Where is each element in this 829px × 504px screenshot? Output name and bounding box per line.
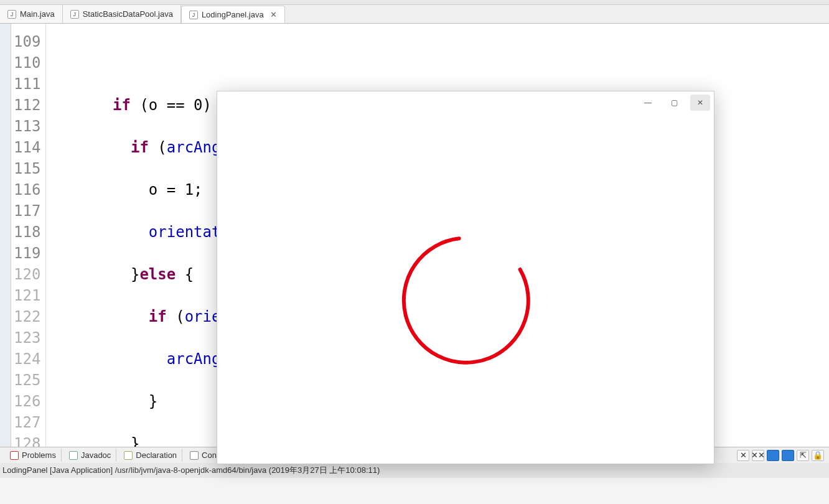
line-number: 120 <box>14 264 40 285</box>
running-app-window[interactable]: — ▢ ✕ <box>217 91 714 464</box>
remove-launch-button[interactable]: ✕ <box>737 450 749 461</box>
app-window-titlebar[interactable]: — ▢ ✕ <box>217 91 714 114</box>
editor-tab-label: LodingPanel.java <box>202 10 264 19</box>
close-icon: ✕ <box>697 98 703 107</box>
java-file-icon: J <box>189 11 198 19</box>
console-icon <box>190 451 199 460</box>
line-number: 118 <box>14 222 40 243</box>
declaration-icon <box>124 451 133 460</box>
maximize-icon: ▢ <box>671 98 678 107</box>
minimize-button[interactable]: — <box>638 95 658 111</box>
line-number: 126 <box>14 391 40 412</box>
loading-arc-icon <box>398 232 535 369</box>
line-number: 125 <box>14 370 40 391</box>
scroll-lock-button[interactable]: 🔒 <box>812 450 824 461</box>
problems-icon <box>10 451 19 460</box>
line-number: 127 <box>14 412 40 433</box>
line-number: 123 <box>14 327 40 348</box>
editor-tab-bar: J Main.java J StaticBasicDataPool.java J… <box>0 5 829 24</box>
console-process-label: LodingPanel [Java Application] /usr/lib/… <box>0 463 829 478</box>
line-number: 122 <box>14 306 40 327</box>
editor-tab-static-pool[interactable]: J StaticBasicDataPool.java <box>63 5 181 23</box>
line-number: 119 <box>14 243 40 264</box>
line-number: 114 <box>14 137 40 158</box>
pin-console-button[interactable]: ⇱ <box>797 450 809 461</box>
line-number: 113 <box>14 116 40 137</box>
editor-tab-label: StaticBasicDataPool.java <box>83 9 173 19</box>
annotation-ruler <box>0 24 11 447</box>
editor-tab-loding-panel[interactable]: J LodingPanel.java ✕ <box>181 6 285 23</box>
view-tab-label: Declaration <box>136 450 177 460</box>
open-console-button[interactable] <box>782 450 794 461</box>
maximize-button[interactable]: ▢ <box>664 95 684 111</box>
editor-tab-label: Main.java <box>20 9 55 19</box>
console-toolbar: ✕ ✕✕ ⇱ 🔒 <box>737 450 829 461</box>
remove-all-button[interactable]: ✕✕ <box>752 450 764 461</box>
line-number: 121 <box>14 285 40 306</box>
code-line <box>59 52 329 73</box>
editor-tab-main[interactable]: J Main.java <box>0 5 63 23</box>
line-number: 109 <box>14 31 40 52</box>
view-tab-javadoc[interactable]: Javadoc <box>64 449 116 462</box>
line-number: 115 <box>14 158 40 179</box>
java-file-icon: J <box>7 10 16 19</box>
window-top-strip <box>0 0 829 5</box>
status-text: LodingPanel [Java Application] /usr/lib/… <box>2 465 380 476</box>
line-number: 111 <box>14 73 40 95</box>
minimize-icon: — <box>644 98 652 107</box>
javadoc-icon <box>69 451 78 460</box>
line-number: 128 <box>14 433 40 447</box>
view-tab-problems[interactable]: Problems <box>5 449 62 462</box>
view-tab-label: Problems <box>22 450 56 460</box>
line-number: 124 <box>14 348 40 370</box>
line-number: 112 <box>14 95 40 116</box>
close-icon[interactable]: ✕ <box>270 10 277 19</box>
display-selected-console-button[interactable] <box>767 450 779 461</box>
java-file-icon: J <box>70 10 79 19</box>
line-number: 117 <box>14 200 40 222</box>
close-button[interactable]: ✕ <box>690 95 710 111</box>
view-tab-declaration[interactable]: Declaration <box>119 449 182 462</box>
line-number: 116 <box>14 179 40 200</box>
view-tab-label: Javadoc <box>81 450 111 460</box>
line-number-gutter: 109 110 111 112 113 114 115 116 117 118 … <box>11 24 46 447</box>
line-number: 110 <box>14 52 40 73</box>
app-canvas <box>217 114 714 464</box>
